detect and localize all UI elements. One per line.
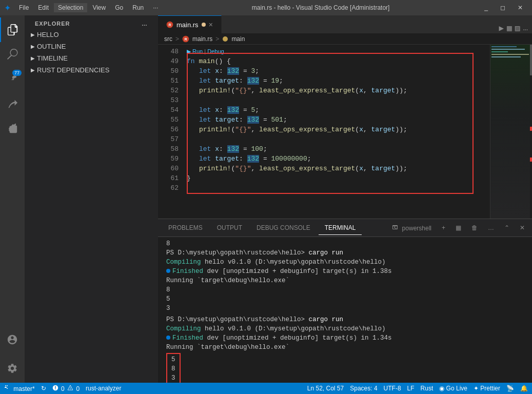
breadcrumb-sep2: > (215, 35, 219, 43)
tab-main-rs[interactable]: R main.rs × (158, 15, 222, 33)
error-icon (52, 385, 58, 391)
code-line-59: let target: i32 = 100000000; (187, 154, 490, 164)
line-ending[interactable]: LF (407, 385, 415, 392)
activity-source-control[interactable]: 77 (0, 67, 25, 91)
terminal-content[interactable]: 8 PS D:\mysetup\gopath\rustcode\hello> c… (158, 237, 532, 383)
activity-settings[interactable] (0, 356, 25, 381)
sidebar-title: EXPLORER (35, 21, 70, 27)
language-mode[interactable]: Rust (421, 385, 434, 392)
analyzer-status[interactable]: rust-analyzer (86, 385, 121, 392)
titlebar-menu: File Edit Selection View Go Run ··· (15, 3, 162, 12)
code-editor[interactable]: 48 49 50 51 52 53 54 55 56 57 58 59 60 6… (158, 45, 532, 219)
sidebar-new-file-icon[interactable]: … (142, 21, 148, 27)
terminal-close-icon[interactable]: ✕ (517, 223, 528, 232)
git-branch-icon (4, 385, 10, 391)
sidebar-item-hello[interactable]: ▶ HELLO (25, 29, 158, 41)
trash-terminal-icon[interactable]: 🗑 (468, 223, 481, 232)
menu-view[interactable]: View (88, 3, 110, 12)
menu-more[interactable]: ··· (149, 3, 162, 12)
tab-problems[interactable]: PROBLEMS (162, 221, 209, 234)
terminal-tabs-bar: PROBLEMS OUTPUT DEBUG CONSOLE TERMINAL p… (158, 219, 532, 237)
cursor-position[interactable]: Ln 52, Col 57 (307, 385, 344, 392)
tab-close-icon[interactable]: × (209, 21, 213, 29)
sidebar-item-outline[interactable]: ▶ OUTLINE (25, 41, 158, 52)
go-live[interactable]: ◉ Go Live (439, 385, 467, 392)
tabs-bar: R main.rs × ▶ ▦ ▨ … (158, 15, 532, 33)
term-line-running-2: Running `target\debug\hello.exe` (166, 343, 524, 352)
editor-area: R main.rs × ▶ ▦ ▨ … src > R main.rs > ma… (158, 15, 532, 383)
boxed-line-3: 3 (171, 373, 175, 383)
code-lines: ▶ Run | Debug fn main() { let x: i32 = 3… (183, 47, 490, 193)
split-terminal-icon[interactable]: ▦ (452, 223, 464, 232)
window-maximize[interactable]: ◻ (495, 2, 510, 13)
activity-account[interactable] (0, 327, 25, 352)
terminal-more-icon[interactable]: … (485, 223, 497, 232)
titlebar-controls: ⎯ ◻ ✕ (479, 2, 528, 13)
sync-button[interactable]: ↻ (41, 385, 46, 392)
sidebar-timeline-label: TIMELINE (37, 54, 68, 62)
breadcrumb-sep1: > (175, 35, 179, 43)
terminal-icon (392, 224, 398, 230)
debug-link[interactable]: Debug (207, 48, 224, 54)
sidebar-item-timeline[interactable]: ▶ TIMELINE (25, 52, 158, 64)
git-branch-name: master* (13, 385, 34, 392)
sidebar-outline-label: OUTLINE (37, 43, 66, 50)
window-minimize[interactable]: ⎯ (479, 2, 493, 13)
status-bar-right: Ln 52, Col 57 Spaces: 4 UTF-8 LF Rust ◉ … (307, 385, 528, 392)
menu-selection[interactable]: Selection (54, 3, 87, 12)
minimap-error-2 (530, 157, 532, 162)
chevron-right-icon: ▶ (31, 44, 35, 49)
activity-search[interactable] (0, 42, 25, 67)
code-line-52: println!("{}", least_ops_express_target(… (187, 86, 490, 95)
encoding[interactable]: UTF-8 (384, 385, 401, 392)
run-link[interactable]: ▶ Run (187, 48, 203, 54)
terminal-shell-label: powershell (389, 223, 435, 233)
titlebar-left: ✦ File Edit Selection View Go Run ··· (4, 3, 162, 13)
more-actions-icon[interactable]: … (523, 24, 528, 33)
code-line-60: println!("{}", least_ops_express_target(… (187, 164, 490, 173)
layout-icon[interactable]: ▨ (515, 23, 520, 33)
git-branch[interactable]: master* (4, 385, 35, 392)
breadcrumb-fn[interactable]: main (231, 35, 245, 43)
errors-warnings[interactable]: 0 0 (52, 385, 80, 392)
bell-icon[interactable]: 🔔 (520, 385, 528, 392)
code-line-62 (187, 183, 490, 193)
menu-go[interactable]: Go (111, 3, 127, 12)
run-icon[interactable]: ▶ (499, 23, 504, 33)
spaces[interactable]: Spaces: 4 (350, 385, 377, 392)
sidebar-item-rust-dependencies[interactable]: ▶ RUST DEPENDENCIES (25, 64, 158, 76)
titlebar: ✦ File Edit Selection View Go Run ··· ma… (0, 0, 532, 15)
term-line-compiling-1: Compiling hello v0.1.0 (D:\mysetup\gopat… (166, 258, 524, 267)
broadcast-icon[interactable]: 📡 (506, 385, 514, 392)
svg-point-4 (223, 36, 228, 42)
add-terminal-icon[interactable]: + (439, 223, 448, 232)
breadcrumb-fn-icon (222, 36, 228, 42)
menu-run[interactable]: Run (128, 3, 148, 12)
tab-debug-console[interactable]: DEBUG CONSOLE (250, 221, 317, 234)
code-line-50: let x: i32 = 3; (187, 66, 490, 76)
menu-file[interactable]: File (15, 3, 33, 12)
sidebar: EXPLORER … ▶ HELLO ▶ OUTLINE ▶ TIMELINE … (25, 15, 158, 383)
breadcrumb-file-icon: R (182, 35, 189, 43)
code-line-56: println!("{}", least_ops_express_target(… (187, 125, 490, 134)
breadcrumb-file[interactable]: main.rs (192, 35, 212, 43)
tab-terminal[interactable]: TERMINAL (319, 221, 362, 235)
activity-bar: 77 (0, 15, 25, 383)
vscode-icon: ✦ (4, 3, 11, 13)
breadcrumb-src[interactable]: src (164, 35, 172, 43)
terminal-panel: PROBLEMS OUTPUT DEBUG CONSOLE TERMINAL p… (158, 219, 532, 383)
activity-explorer[interactable] (0, 17, 25, 42)
terminal-collapse-icon[interactable]: ⌃ (501, 223, 513, 232)
tab-output[interactable]: OUTPUT (211, 221, 248, 234)
code-content: ▶ Run | Debug fn main() { let x: i32 = 3… (183, 45, 490, 219)
activity-extensions[interactable] (0, 116, 25, 141)
svg-text:R: R (168, 23, 171, 27)
menu-edit[interactable]: Edit (34, 3, 53, 12)
code-line-53 (187, 95, 490, 105)
sidebar-header-icons: … (142, 21, 148, 27)
split-editor-icon[interactable]: ▦ (507, 23, 512, 33)
term-line-prompt-2: PS D:\mysetup\gopath\rustcode\hello> car… (166, 315, 524, 324)
window-close[interactable]: ✕ (513, 2, 528, 13)
activity-run-debug[interactable] (0, 91, 25, 116)
prettier[interactable]: ✦ Prettier (474, 385, 500, 392)
